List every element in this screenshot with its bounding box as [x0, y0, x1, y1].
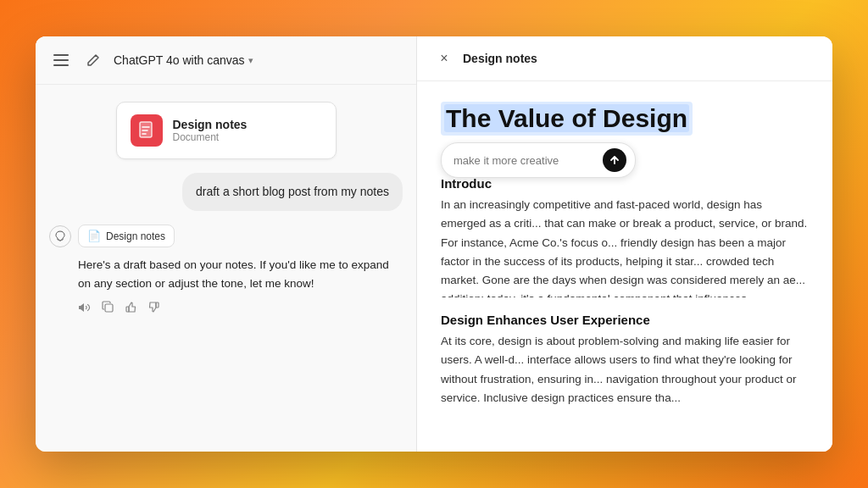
gpt-avatar [49, 225, 71, 247]
assistant-text: Here's a draft based on your notes. If y… [49, 256, 403, 292]
intro-text: In an increasingly competitive and fast-… [441, 196, 809, 297]
svg-rect-6 [156, 302, 159, 308]
design-notes-chip[interactable]: 📄 Design notes [78, 225, 175, 247]
chat-area: Design notes Document draft a short blog… [36, 85, 416, 452]
sidebar-toggle-button[interactable] [49, 48, 73, 72]
section1-title: Design Enhances User Experience [441, 313, 809, 327]
document-info: Design notes Document [173, 118, 248, 143]
inline-edit-input[interactable] [453, 154, 596, 167]
inline-edit-bar[interactable] [441, 142, 636, 178]
svg-rect-2 [53, 64, 69, 66]
section1-text: At its core, design is about problem-sol… [441, 332, 809, 408]
intro-label: Introduc [441, 176, 809, 191]
assistant-header: 📄 Design notes [49, 225, 403, 247]
user-message: draft a short blog post from my notes [182, 173, 403, 211]
send-edit-button[interactable] [603, 148, 626, 172]
document-icon [131, 114, 163, 147]
left-header: ChatGPT 4o with canvas ▾ [36, 36, 416, 85]
document-card[interactable]: Design notes Document [116, 102, 337, 159]
chip-label: Design notes [106, 230, 165, 242]
svg-rect-0 [53, 54, 69, 56]
copy-icon[interactable] [102, 301, 114, 317]
svg-rect-5 [126, 307, 129, 312]
chevron-down-icon: ▾ [248, 55, 253, 66]
document-name: Design notes [173, 118, 248, 131]
right-panel: × Design notes The Value of Design [417, 36, 832, 452]
model-name: ChatGPT 4o with canvas [114, 53, 245, 67]
right-header: × Design notes [417, 36, 832, 81]
article-body: Introduc In an increasingly competitive … [441, 176, 809, 452]
thumbs-down-icon[interactable] [147, 301, 160, 317]
svg-rect-4 [105, 304, 113, 312]
thumbs-up-icon[interactable] [125, 301, 137, 317]
svg-rect-1 [53, 59, 69, 61]
right-panel-title: Design notes [463, 52, 537, 65]
audio-icon[interactable] [78, 301, 92, 317]
right-content: The Value of Design Introduc In an incre… [417, 81, 832, 452]
model-selector[interactable]: ChatGPT 4o with canvas ▾ [114, 53, 253, 67]
main-window: ChatGPT 4o with canvas ▾ Design notes Do… [36, 36, 832, 452]
svg-rect-3 [140, 122, 152, 137]
edit-button[interactable] [81, 48, 105, 72]
left-panel: ChatGPT 4o with canvas ▾ Design notes Do… [36, 36, 417, 452]
action-icons [49, 301, 403, 317]
document-type: Document [173, 131, 248, 143]
article-title: The Value of Design [444, 104, 689, 132]
assistant-response: 📄 Design notes Here's a draft based on y… [49, 225, 403, 317]
chip-doc-icon: 📄 [87, 230, 101, 242]
close-button[interactable]: × [434, 48, 454, 69]
